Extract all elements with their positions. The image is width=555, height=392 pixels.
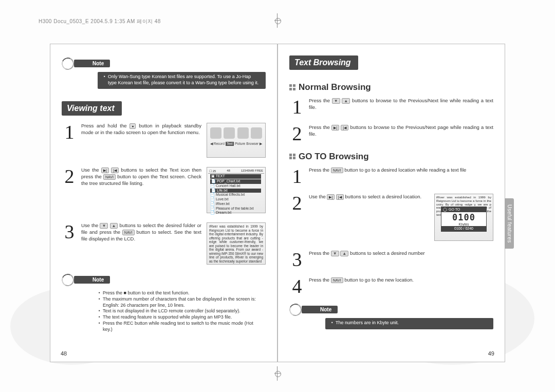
goto-popup: ◯GO TO 0100 Kbytes 0100 / 0240 — [441, 207, 487, 232]
note-title: Note — [302, 306, 338, 313]
down-icon: ▼ — [331, 251, 339, 256]
down-icon: ▼ — [332, 98, 340, 104]
prev-icon: |◀ — [336, 194, 344, 200]
step-number: 3 — [290, 251, 304, 268]
step-number: 2 — [290, 125, 304, 142]
step-number: 3 — [63, 223, 76, 240]
note-content: Press the ■ button to exit the text func… — [92, 288, 266, 335]
step-number: 1 — [63, 124, 76, 140]
navi-button-icon: NAVI — [103, 174, 116, 180]
prev-icon: |◀ — [341, 125, 348, 130]
note-content: The numbers are in Kbyte unit. — [325, 318, 493, 329]
file-list-illustration: ☐ 254812345MB FREE ▣ TEXT 📄 POP_Chart.tx… — [207, 167, 266, 213]
section-heading: Text Browsing — [289, 55, 358, 70]
goto-step-4: 4 Press the NAVI button to go to the new… — [290, 277, 493, 294]
note-item: The numbers are in Kbyte unit. — [332, 320, 488, 326]
normal-step-1: 1 Press the ▼ ▲ buttons to browse to the… — [290, 98, 493, 115]
normal-step-2: 2 Press the ▶| |◀ buttons to browse to t… — [290, 124, 493, 142]
note-content: Only Wan-Sung type Korean text files are… — [98, 72, 266, 89]
step-text: Press the ▶| |◀ buttons to browse to the… — [309, 124, 493, 138]
note-item: Text is not displayed in the LCD remote … — [100, 308, 261, 314]
sub-heading-normal-browsing: Normal Browsing — [289, 82, 493, 92]
prev-icon: |◀ — [111, 167, 119, 173]
page-49: Text Browsing Normal Browsing 1 Press th… — [278, 44, 505, 362]
next-icon: ▶| — [101, 167, 109, 173]
swirl-icon — [288, 302, 304, 318]
up-icon: ▲ — [110, 223, 118, 229]
registration-mark — [273, 369, 282, 378]
step-text: Press the ▼ ▲ buttons to browse to the P… — [309, 98, 493, 111]
step-text: Press and hold the ● button in playback … — [81, 123, 201, 136]
note-box: Note Press the ■ button to exit the text… — [62, 274, 266, 335]
navi-button-icon: NAVI — [331, 277, 343, 283]
sub-heading-goto-browsing: GO TO Browsing — [289, 152, 493, 162]
section-heading: Viewing text — [62, 101, 122, 116]
note-item: The text reading feature is supported wh… — [100, 314, 261, 321]
record-dot-icon: ◯ — [443, 208, 447, 212]
note-box: Note The numbers are in Kbyte unit. — [289, 304, 493, 329]
play-button-icon: ● — [130, 123, 136, 129]
swirl-icon — [60, 56, 76, 72]
step-text: Use the ▶| |◀ buttons to select the Text… — [81, 167, 201, 186]
down-icon: ▼ — [100, 223, 108, 229]
note-title: Note — [74, 60, 110, 67]
goto-ratio: 0100 / 0240 — [441, 226, 486, 231]
function-menu-illustration: ◀ Record Text Picture Browser ▶ — [207, 123, 266, 158]
registration-mark — [273, 16, 282, 25]
side-tab-useful-features: Useful features — [505, 198, 514, 249]
swirl-icon — [60, 272, 76, 288]
step-text: Press the NAVI button to go to the new l… — [309, 277, 493, 284]
next-icon: ▶| — [327, 194, 335, 200]
note-item: Press the REC button while reading text … — [100, 321, 261, 332]
goto-step-1: 1 Press the NAVI button to go to a desir… — [290, 167, 493, 184]
step-number: 4 — [290, 278, 304, 294]
note-item: The maximum number of characters that ca… — [100, 296, 261, 308]
note-box: Note Only Wan-Sung type Korean text file… — [62, 58, 266, 89]
step-number: 2 — [63, 168, 76, 184]
step-number: 2 — [290, 195, 304, 211]
goto-unit: Kbytes — [441, 222, 486, 226]
step-text: Use the ▶| |◀ buttons to select a desire… — [309, 194, 429, 200]
dots-icon — [289, 84, 295, 90]
dots-icon — [289, 154, 295, 160]
page-48: Note Only Wan-Sung type Korean text file… — [50, 44, 278, 362]
step-text: Press the NAVI button to go to a desired… — [309, 167, 493, 174]
goto-illustration: iRiver was established in 1999 by Reignc… — [434, 194, 493, 241]
goto-step-3: 3 Press the ▼ ▲ buttons to select a desi… — [290, 250, 493, 268]
up-icon: ▲ — [342, 98, 350, 104]
step-2: 2 Use the ▶| |◀ buttons to select the Te… — [63, 167, 266, 213]
step-1: 1 Press and hold the ● button in playbac… — [63, 123, 266, 158]
goto-step-2: 2 Use the ▶| |◀ buttons to select a desi… — [290, 194, 493, 241]
print-header: H300 Docu_0503_E 2004.5.9 1:35 AM 페이지 48 — [39, 18, 161, 25]
page-number: 49 — [488, 350, 494, 357]
up-icon: ▲ — [340, 251, 348, 256]
note-title: Note — [74, 276, 110, 284]
step-number: 1 — [290, 168, 304, 184]
note-item: Press the ■ button to exit the text func… — [100, 290, 261, 296]
step-number: 1 — [290, 99, 304, 115]
note-item: Only Wan-Sung type Korean text files are… — [105, 74, 261, 86]
navi-button-icon: NAVI — [122, 230, 135, 235]
step-text: Press the ▼ ▲ buttons to select a desire… — [309, 250, 493, 257]
next-icon: ▶| — [331, 125, 339, 130]
step-text: Use the ▼ ▲ buttons to select the desire… — [81, 222, 201, 242]
text-viewer-illustration: iRiver was established in 1999 by Reignc… — [207, 222, 266, 265]
navi-button-icon: NAVI — [331, 167, 343, 173]
goto-value: 0100 — [441, 212, 486, 223]
page-number: 48 — [61, 350, 67, 357]
step-3: 3 Use the ▼ ▲ buttons to select the desi… — [63, 222, 266, 265]
